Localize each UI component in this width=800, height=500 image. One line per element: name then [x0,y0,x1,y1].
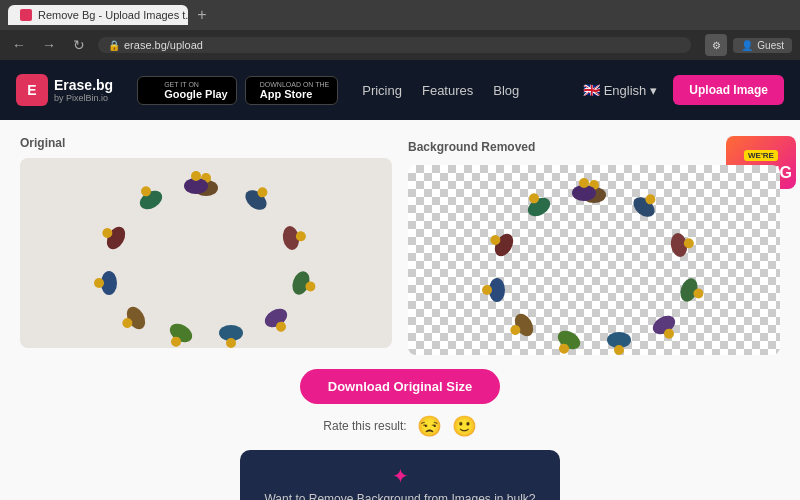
svg-point-39 [511,311,537,340]
images-row: Original [20,136,780,355]
nav-features[interactable]: Features [422,83,473,98]
cta-text: Want to Remove Background from Images in… [260,492,540,500]
download-section: Download Original Size [20,369,780,404]
language-selector[interactable]: 🇬🇧 English ▾ [583,82,658,98]
original-panel: Original [20,136,392,355]
store-badges: ▶ GET IT ON Google Play Download on the … [137,76,338,105]
google-play-badge[interactable]: ▶ GET IT ON Google Play [137,76,237,105]
removed-bg-header: Background Removed ✎ Edit [408,136,780,157]
forward-button[interactable]: → [38,37,60,53]
rating-sad-emoji[interactable]: 😒 [417,414,442,438]
browser-chrome: Remove Bg - Upload Images t... ✕ + ← → ↻… [0,0,800,60]
guest-label: Guest [757,40,784,51]
tab-favicon [20,9,32,21]
lock-icon: 🔒 [108,40,120,51]
tab-bar: Remove Bg - Upload Images t... ✕ + [0,0,800,30]
logo-sub: by PixelBin.io [54,93,113,103]
app-container: E Erase.bg by PixelBin.io ▶ GET IT ON Go… [0,60,800,500]
nav-links: Pricing Features Blog [362,83,519,98]
svg-point-42 [482,285,492,295]
original-header: Original [20,136,392,150]
svg-point-37 [555,327,584,353]
app-store-badge[interactable]: Download on the App Store [245,76,339,105]
google-play-sup: GET IT ON [164,81,228,88]
original-label: Original [20,136,65,150]
google-play-name: Google Play [164,88,228,100]
cta-icon: ✦ [260,464,540,488]
app-store-sup: Download on the [260,81,330,88]
original-image-box [20,158,392,348]
svg-point-24 [191,171,201,181]
removed-bg-panel: Background Removed ✎ Edit [408,136,780,355]
extensions-btn[interactable]: ⚙ [705,34,727,56]
app-store-name: App Store [260,88,330,100]
flag-icon: 🇬🇧 [583,82,600,98]
reload-button[interactable]: ↻ [68,37,90,53]
back-button[interactable]: ← [8,37,30,53]
url-text: erase.bg/upload [124,39,203,51]
svg-point-36 [614,345,624,355]
logo-name: Erase.bg [54,77,113,93]
original-image [20,158,392,348]
url-input[interactable]: 🔒 erase.bg/upload [98,37,691,53]
guest-avatar-icon: 👤 [741,40,753,51]
logo-area: E Erase.bg by PixelBin.io [16,74,113,106]
svg-point-12 [226,338,236,348]
tab-title: Remove Bg - Upload Images t... [38,9,188,21]
removed-bg-image-box [408,165,780,355]
hiring-badge-top: WE'RE [744,150,778,161]
removed-bg-image [408,165,780,355]
navbar: E Erase.bg by PixelBin.io ▶ GET IT ON Go… [0,60,800,120]
chevron-down-icon: ▾ [650,83,657,98]
svg-point-48 [579,178,589,188]
rating-text: Rate this result: [323,419,406,433]
main-content: WE'RE HIRING Original [0,120,800,500]
active-tab[interactable]: Remove Bg - Upload Images t... ✕ [8,5,188,25]
logo-icon: E [16,74,48,106]
new-tab-button[interactable]: + [192,5,212,25]
svg-point-33 [650,312,679,338]
google-play-icon: ▶ [146,81,158,100]
guest-profile-btn[interactable]: 👤 Guest [733,38,792,53]
rating-section: Rate this result: 😒 🙂 [20,414,780,438]
download-button[interactable]: Download Original Size [300,369,500,404]
svg-point-43 [491,231,517,260]
address-bar: ← → ↻ 🔒 erase.bg/upload ⚙ 👤 Guest [0,30,800,60]
cta-banner: ✦ Want to Remove Background from Images … [240,450,560,500]
lang-label: English [604,83,647,98]
nav-pricing[interactable]: Pricing [362,83,402,98]
rating-neutral-emoji[interactable]: 🙂 [452,414,477,438]
bg-removed-label: Background Removed [408,140,535,154]
upload-image-button[interactable]: Upload Image [673,75,784,105]
svg-point-45 [525,194,554,220]
browser-actions: ⚙ 👤 Guest [705,34,792,56]
nav-blog[interactable]: Blog [493,83,519,98]
svg-point-18 [94,278,104,288]
